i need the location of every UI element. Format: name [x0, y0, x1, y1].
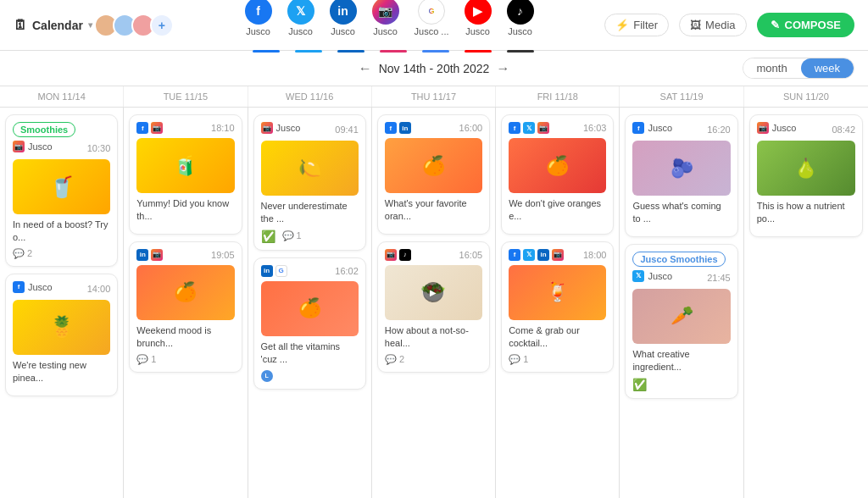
facebook-icon: f [632, 122, 644, 134]
media-button[interactable]: 🖼 Media [679, 14, 746, 36]
list-item[interactable]: 📷 ♪ 16:05 🥗 ▶ How about a not-so-heal...… [377, 241, 490, 373]
card-header: in 📷 19:05 [136, 249, 234, 261]
social-account-linkedin[interactable]: in Jusco [330, 0, 357, 36]
list-item[interactable]: 📷 Jusco 09:41 🍋 Never underestimate the … [253, 114, 366, 251]
social-label: Jusco [465, 26, 490, 36]
nav-right: ⚡ Filter 🖼 Media ✎ COMPOSE [604, 13, 854, 37]
list-item[interactable]: in G 16:02 🍊 Get all the vitamins 'cuz .… [253, 257, 366, 390]
card-time: 18:10 [211, 123, 235, 133]
account-name: Jusco [772, 123, 797, 133]
month-view-button[interactable]: month [743, 58, 801, 78]
platform-bar-linkedin [337, 50, 364, 53]
card-account: 📷 Jusco [757, 122, 797, 134]
day-headers: MON 11/14 TUE 11/15 WED 11/16 THU 11/17 … [0, 86, 868, 108]
card-image: 🥤 [13, 159, 110, 214]
day-col-mon: Smoothies 📷 Jusco 10:30 🥤 In need of a b… [0, 108, 124, 498]
week-range: Nov 14th - 20th 2022 [379, 62, 490, 75]
card-image: 🍊 [509, 138, 606, 193]
list-item[interactable]: f 𝕏 📷 16:03 🍊 We don't give oranges e... [501, 114, 614, 235]
card-time: 16:00 [459, 123, 483, 133]
facebook-icon: f [385, 122, 397, 134]
instagram-icon: 📷 [757, 122, 769, 134]
calendar-grid: MON 11/14 TUE 11/15 WED 11/16 THU 11/17 … [0, 86, 868, 498]
linkedin-icon: in [330, 0, 357, 25]
card-image: 🍍 [13, 300, 110, 355]
week-view-button[interactable]: week [801, 58, 854, 78]
social-account-tiktok[interactable]: ♪ Jusco [507, 0, 534, 36]
app-title: Calendar [32, 19, 83, 32]
list-item[interactable]: f Jusco 14:00 🍍 We're testing new pinea.… [5, 274, 118, 396]
add-user-button[interactable]: + [150, 14, 174, 37]
social-account-youtube[interactable]: ▶ Jusco [465, 0, 492, 36]
card-time: 14:00 [87, 284, 111, 294]
play-button[interactable]: ▶ [423, 282, 443, 302]
card-footer: 💬 1 [136, 354, 234, 365]
card-image: 🧃 [136, 138, 234, 193]
social-account-facebook[interactable]: f Jusco [245, 0, 272, 36]
instagram-icon: 📷 [13, 141, 25, 152]
card-platforms: f in [385, 122, 411, 134]
card-meta: 📷 Jusco 08:42 [757, 122, 855, 137]
card-time: 18:00 [583, 250, 607, 260]
card-image: 🍐 [757, 141, 855, 196]
instagram-icon: 📷 [261, 122, 273, 134]
list-item[interactable]: f 📷 18:10 🧃 Yummy! Did you know th... [129, 114, 242, 235]
card-account: 📷 Jusco [261, 122, 301, 134]
next-week-button[interactable]: → [496, 61, 509, 76]
card-header: f in 16:00 [385, 122, 482, 134]
filter-button[interactable]: ⚡ Filter [604, 14, 669, 36]
social-label: Jusco [508, 26, 532, 36]
list-item[interactable]: f in 16:00 🍊 What's your favorite oran..… [377, 114, 490, 235]
nav-left: 🗓 Calendar ▾ + [14, 14, 174, 37]
day-col-thu: f in 16:00 🍊 What's your favorite oran..… [372, 108, 496, 498]
card-time: 16:05 [459, 250, 483, 260]
filter-label: Filter [633, 19, 658, 31]
compose-button[interactable]: ✎ COMPOSE [757, 13, 854, 37]
chevron-down-icon: ▾ [88, 20, 92, 30]
social-label: Jusco [373, 26, 398, 36]
day-col-fri: f 𝕏 📷 16:03 🍊 We don't give oranges e...… [496, 108, 620, 498]
media-icon: 🖼 [690, 19, 701, 31]
platform-bars [253, 50, 534, 53]
card-header: 📷 ♪ 16:05 [385, 249, 482, 261]
google-icon: G [275, 265, 287, 277]
day-col-sun: 📷 Jusco 08:42 🍐 This is how a nutrient p… [744, 108, 868, 498]
account-name: Jusco [648, 123, 672, 133]
day-header-wed: WED 11/16 [248, 86, 372, 107]
card-header: in G 16:02 [261, 265, 359, 277]
list-item[interactable]: 📷 Jusco 08:42 🍐 This is how a nutrient p… [749, 114, 863, 237]
edit-icon: ✎ [771, 19, 780, 31]
social-account-twitter[interactable]: 𝕏 Jusco [287, 0, 314, 36]
card-image: 🍊 [261, 281, 359, 336]
social-label: Jusco [288, 26, 313, 36]
card-footer: 💬 2 [385, 354, 482, 365]
list-item[interactable]: f Jusco 16:20 🫐 Guess what's coming to .… [625, 114, 737, 237]
compose-label: COMPOSE [785, 19, 841, 31]
app-logo[interactable]: 🗓 Calendar ▾ [14, 18, 92, 33]
card-account: 📷 Jusco [13, 141, 53, 152]
day-header-sun: SUN 11/20 [744, 86, 868, 107]
day-col-tue: f 📷 18:10 🧃 Yummy! Did you know th... in… [124, 108, 248, 498]
card-text: We're testing new pinea... [13, 359, 110, 385]
week-nav: ← Nov 14th - 20th 2022 → month week [0, 51, 868, 86]
social-label: Jusco [246, 26, 270, 36]
youtube-icon: ▶ [465, 0, 492, 25]
list-item[interactable]: f 𝕏 in 📷 18:00 🍹 Come & grab our cocktai… [501, 241, 614, 373]
card-text: How about a not-so-heal... [385, 324, 482, 351]
facebook-icon: f [509, 122, 520, 134]
prev-week-button[interactable]: ← [359, 61, 372, 76]
list-item[interactable]: in 📷 19:05 🍊 Weekend mood is brunch... 💬… [129, 241, 242, 373]
social-account-google[interactable]: G Jusco ... [415, 0, 449, 36]
list-item[interactable]: Smoothies 📷 Jusco 10:30 🥤 In need of a b… [5, 114, 118, 267]
list-item[interactable]: Jusco Smoothies 𝕏 Jusco 21:45 🥕 What cre… [625, 244, 737, 399]
avatar-group: + [99, 14, 174, 37]
card-text: In need of a boost? Try o... [13, 219, 110, 245]
comment-count: 💬 1 [136, 354, 156, 365]
account-name: Jusco [648, 271, 672, 281]
card-meta: 𝕏 Jusco 21:45 [632, 270, 730, 285]
social-account-instagram[interactable]: 📷 Jusco [372, 0, 399, 36]
facebook-icon: f [245, 0, 272, 25]
tiktok-icon: ♪ [399, 249, 411, 261]
day-header-mon: MON 11/14 [0, 86, 124, 107]
video-thumbnail: 🥗 ▶ [385, 265, 482, 320]
